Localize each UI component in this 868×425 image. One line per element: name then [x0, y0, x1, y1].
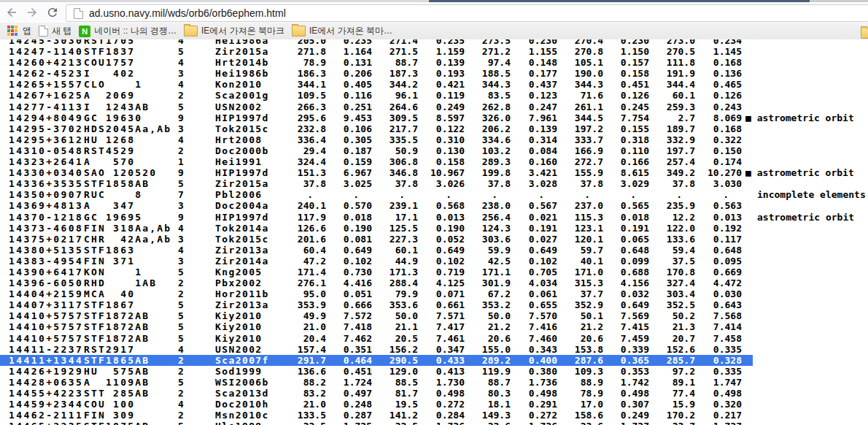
separation-value: 0.335 [695, 366, 742, 377]
bookmark-new-tab[interactable]: 새 탭 [39, 24, 71, 39]
table-row[interactable]: 14396-6050RHD 1AB2Pbx2002276.14.416288.4… [0, 277, 753, 288]
url-text[interactable]: ad.usno.navy.mil/wds/orb6/orb6ephem.html [89, 7, 286, 19]
position-angle-value: 262.8 [465, 102, 511, 112]
table-row[interactable]: 14295-3702HDS2045Aa,Ab3Tok2015c232.80.10… [0, 123, 753, 134]
table-row[interactable]: 14410+5757STF1872AB5Kiy201020.47.46220.5… [0, 333, 753, 344]
separation-value: 0.563 [695, 200, 742, 211]
reload-button[interactable] [44, 4, 61, 21]
bookmark-ie-folder-2[interactable]: IE에서 가져온 북마… [292, 24, 392, 39]
position-angle-value: 235.9 [649, 200, 695, 211]
table-row[interactable]: 14370-1218GC 196959HIP1997d117.90.01817.… [0, 212, 753, 223]
reference-code: Kiy2010 [215, 310, 292, 321]
wds-designation: 14410+5757 [9, 310, 84, 321]
separation-value: 0.351 [326, 344, 372, 355]
position-angle-value: 59.4 [649, 245, 695, 256]
table-row[interactable]: 14260+4213COU17574Hrt2014b78.90.13188.70… [0, 57, 753, 68]
table-row[interactable]: 14350+0907RUC 87Pbl2006..........incompl… [0, 189, 753, 200]
table-row[interactable]: 14410+5757STF1872AB5Kiy201021.07.41821.1… [0, 321, 753, 332]
position-angle-value: 352.9 [557, 299, 603, 310]
position-angle-value: 21.1 [372, 321, 418, 332]
table-row[interactable]: 14455+4223STT 285AB2Sca2013d83.20.49781.… [0, 388, 753, 399]
orbit-grade: 7 [174, 189, 188, 200]
table-row[interactable]: 14375+0217CHR 42Aa,Ab3Tok2015c201.60.081… [0, 234, 753, 245]
address-bar[interactable]: ad.usno.navy.mil/wds/orb6/orb6ephem.html [66, 4, 868, 22]
reference-code: WSI2006b [215, 377, 292, 388]
table-row[interactable]: 14390+6417KON 15Kng2005171.40.730171.30.… [0, 267, 753, 277]
discoverer-code: HU 1268 [84, 134, 174, 145]
position-angle-value: 344.5 [557, 112, 603, 123]
table-row[interactable]: 14373-4608FIN 318Aa,Ab4Tok2014a126.60.19… [0, 223, 753, 234]
reference-code: Hor2011b [215, 288, 292, 299]
table-row[interactable]: 14411-2237RST29174USN2002157.40.351156.2… [0, 344, 753, 355]
table-row[interactable]: 14265+1557CLO 14Kon2010344.10.405344.20.… [0, 79, 753, 90]
table-row[interactable]: 14267+1625A 20692Sca2001g109.50.11696.10… [0, 90, 753, 101]
bookmark-overflow-folder[interactable] [861, 26, 868, 40]
table-row[interactable]: 14295+3612HU 12684Hrt2008336.40.305335.5… [0, 134, 753, 145]
orbit-grade: 2 [174, 90, 188, 101]
table-row[interactable]: 14428+0635A 1109AB5WSI2006b88.21.72488.5… [0, 377, 753, 388]
page-content: 14245-3030RST17054Hei1986a205.00.235271.… [0, 39, 868, 425]
bookmark-apps[interactable]: 앱 [7, 24, 31, 39]
table-row[interactable]: 14330+0340SAO 1205209HIP1997d151.36.9673… [0, 167, 753, 178]
bookmark-naver[interactable]: N 네이버 :: 나의 경쟁… [79, 24, 177, 39]
table-row[interactable]: 14380+5135STF18634Zir2013a60.40.64960.10… [0, 245, 753, 256]
table-row[interactable]: 14404+2159MCA 402Hor2011b95.00.05179.90.… [0, 288, 753, 299]
table-row-selected[interactable]: 14411+1344STF1865AB2Sca2007f291.70.46429… [0, 355, 753, 366]
position-angle-value: 306.8 [372, 156, 418, 167]
table-row[interactable]: 14459+2344COU 1004Doc2010h21.00.24819.50… [0, 399, 753, 410]
table-row[interactable]: 14410+5757STF1872AB5Kiy201049.97.57250.0… [0, 310, 753, 321]
table-row[interactable]: 14462-2111FIN 3092Msn2010c133.50.287141.… [0, 410, 753, 421]
separation-value: 0.084 [511, 145, 557, 156]
orbit-grade: 3 [174, 123, 188, 134]
table-row[interactable]: 14369+4813A 3473Doc2004a240.10.570239.10… [0, 200, 753, 211]
table-row[interactable]: 14407+3117STF18675Zir2013a353.90.666353.… [0, 299, 753, 310]
separation-value: 0.498 [418, 388, 465, 399]
wds-designation: 14262-4523 [9, 68, 84, 79]
reference-code: Kiy2010 [215, 321, 292, 332]
position-angle-value: 88.7 [372, 57, 418, 68]
forward-button[interactable] [23, 4, 41, 21]
position-angle-value: 47.2 [292, 256, 326, 267]
position-angle-value: 33.5 [292, 421, 326, 425]
separation-value: 1.737 [603, 421, 649, 425]
wds-designation: 14277-4113 [9, 102, 84, 112]
ephemeris-table: 14245-3030RST17054Hei1986a205.00.235271.… [0, 39, 868, 425]
bookmark-ie-folder-1[interactable]: IE에서 가져온 북마크 [184, 24, 284, 39]
separation-value: 0.099 [603, 256, 649, 267]
separation-value: . [326, 189, 372, 200]
table-row[interactable]: 14247-1140STF18375Zir2015a271.81.164271.… [0, 46, 753, 57]
table-row[interactable]: 14294+8049GC 196309HIP1997d295.69.453309… [0, 112, 753, 123]
separation-value: 0.451 [326, 366, 372, 377]
separation-value: 0.669 [695, 267, 742, 277]
table-row[interactable]: 14262-4523I 4023Hei1986b186.30.206187.30… [0, 68, 753, 79]
position-angle-value: 37.8 [292, 178, 326, 189]
table-row[interactable]: 14383-4954FIN 3713Zir2014a47.20.10244.90… [0, 256, 753, 267]
table-row[interactable]: 14310-0548RST45292Doc2000b29.40.18750.90… [0, 145, 753, 156]
table-row[interactable]: 14465+2235STF1875AB5Hle199933.51.73533.5… [0, 421, 753, 425]
wds-designation: 14455+4223 [9, 388, 84, 399]
separation-value: 0.249 [418, 102, 465, 112]
separation-value: 0.437 [511, 79, 557, 90]
separation-value: 0.235 [326, 39, 372, 46]
position-angle-value: . [292, 189, 326, 200]
position-angle-value: 289.2 [465, 355, 511, 366]
table-row[interactable]: 14426+1929HU 575AB2Sod1999136.60.451129.… [0, 366, 753, 377]
orbit-grade: 2 [174, 355, 188, 366]
table-row[interactable]: 14277-4113I 1243AB5USN2002266.30.251264.… [0, 102, 753, 112]
orbit-grade: 2 [174, 145, 188, 156]
table-row[interactable]: 14336+3535STF1858AB5Zir2015a37.83.02537.… [0, 178, 753, 189]
position-angle-value: . [372, 189, 418, 200]
separation-value: 0.177 [511, 68, 557, 79]
position-angle-value: 352.5 [649, 299, 695, 310]
separation-value: 0.343 [511, 344, 557, 355]
separation-value: 0.666 [326, 299, 372, 310]
position-angle-value: 50.9 [372, 145, 418, 156]
orbit-note: incomplete elements [745, 189, 866, 200]
separation-value: . [603, 189, 649, 200]
back-button[interactable] [3, 4, 20, 21]
table-row[interactable]: 14323+2641A 5701Hei1991324.40.159306.80.… [0, 156, 753, 167]
separation-value: 0.648 [695, 245, 742, 256]
table-row[interactable]: 14245-3030RST17054Hei1986a205.00.235271.… [0, 39, 753, 46]
position-angle-value: 19.5 [372, 399, 418, 410]
position-angle-value: 141.2 [372, 410, 418, 421]
